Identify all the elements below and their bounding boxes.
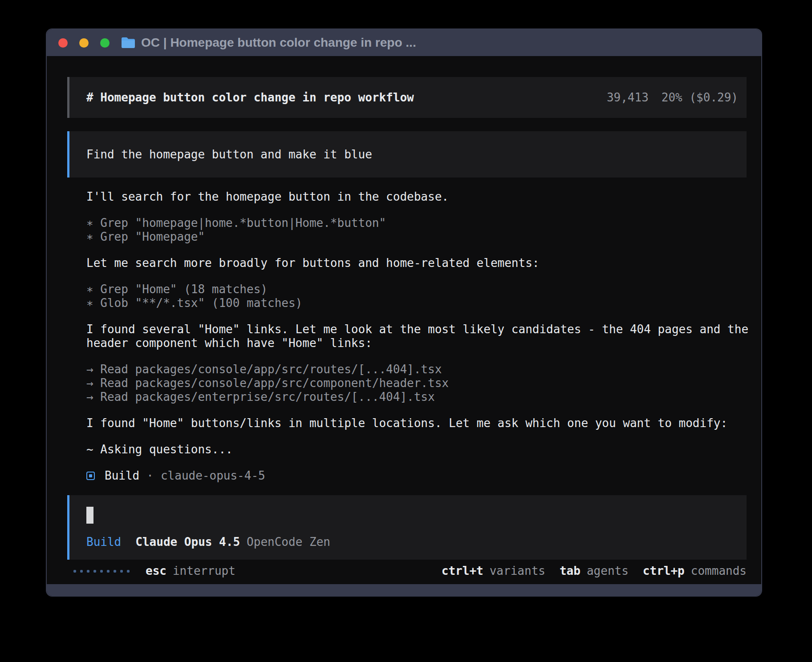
spinner-dot xyxy=(107,570,110,573)
session-title: # Homepage button color change in repo w… xyxy=(86,91,414,105)
hint-label: interrupt xyxy=(173,564,235,578)
transcript-line: I found several "Home" links. Let me loo… xyxy=(86,323,747,336)
spinner-dot xyxy=(114,570,116,573)
keyboard-hint: tabagents xyxy=(560,564,629,578)
transcript-line: ~ Asking questions... xyxy=(86,443,747,456)
transcript-line: Let me search more broadly for buttons a… xyxy=(86,256,747,270)
transcript-line: → Read packages/console/app/src/routes/[… xyxy=(86,363,747,376)
spinner-dot xyxy=(80,570,83,573)
terminal-window: OC | Homepage button color change in rep… xyxy=(46,28,762,597)
agent-name-label: Build xyxy=(105,469,139,483)
transcript-paragraph: Build·claude-opus-4-5 xyxy=(86,469,747,483)
spinner-dot xyxy=(73,570,76,573)
transcript-paragraph: I'll search for the homepage button in t… xyxy=(86,190,747,204)
user-message: Find the homepage button and make it blu… xyxy=(67,131,747,178)
provider-label: OpenCode Zen xyxy=(247,535,330,549)
traffic-lights xyxy=(58,38,110,48)
hint-label: commands xyxy=(691,564,747,578)
transcript-paragraph: I found several "Home" links. Let me loo… xyxy=(86,323,747,350)
transcript-paragraph: I found "Home" buttons/links in multiple… xyxy=(86,416,747,430)
terminal-content: # Homepage button color change in repo w… xyxy=(47,56,761,584)
transcript-line: → Read packages/console/app/src/componen… xyxy=(86,376,747,390)
window-title: OC | Homepage button color change in rep… xyxy=(141,36,416,50)
status-left: escinterrupt xyxy=(73,564,235,578)
context-cost: 20% ($0.29) xyxy=(662,91,738,105)
model-line: Build Claude Opus 4.5 OpenCode Zen xyxy=(86,535,738,549)
right-hints: ctrl+tvariantstabagentsctrl+pcommands xyxy=(442,564,747,578)
hint-key: esc xyxy=(146,564,166,578)
prompt-input[interactable]: Build Claude Opus 4.5 OpenCode Zen xyxy=(67,495,747,560)
titlebar: OC | Homepage button color change in rep… xyxy=(47,29,761,56)
transcript-paragraph: ∗ Grep "homepage|home.*button|Home.*butt… xyxy=(86,216,747,244)
zoom-button[interactable] xyxy=(100,38,110,48)
agent-mode-label: Build xyxy=(86,535,121,549)
transcript-paragraph: → Read packages/console/app/src/routes/[… xyxy=(86,363,747,404)
model-name-label: Claude Opus 4.5 xyxy=(135,535,240,549)
transcript-line: I'll search for the homepage button in t… xyxy=(86,190,747,204)
transcript-paragraph: ∗ Grep "Home" (18 matches)∗ Glob "**/*.t… xyxy=(86,283,747,310)
user-message-text: Find the homepage button and make it blu… xyxy=(86,148,372,161)
close-button[interactable] xyxy=(58,38,68,48)
transcript-line: header component which have "Home" links… xyxy=(86,336,747,350)
text-cursor xyxy=(86,507,93,524)
keyboard-hint: escinterrupt xyxy=(146,564,235,578)
transcript-line: I found "Home" buttons/links in multiple… xyxy=(86,416,747,430)
keyboard-hint: ctrl+pcommands xyxy=(643,564,747,578)
session-stats: 39,413 20% ($0.29) xyxy=(607,91,738,105)
transcript-line: ∗ Grep "Homepage" xyxy=(86,230,747,244)
spinner-dot xyxy=(120,570,123,573)
transcript-line: ∗ Grep "Home" (18 matches) xyxy=(86,283,747,296)
hint-label: agents xyxy=(587,564,629,578)
transcript-line: ∗ Glob "**/*.tsx" (100 matches) xyxy=(86,296,747,310)
spinner-dot xyxy=(100,570,103,573)
left-hints: escinterrupt xyxy=(146,564,235,578)
hint-label: variants xyxy=(490,564,545,578)
spinner-dot xyxy=(127,570,130,573)
transcript-line: ∗ Grep "homepage|home.*button|Home.*butt… xyxy=(86,216,747,230)
keyboard-hint: ctrl+tvariants xyxy=(442,564,545,578)
agent-build-icon xyxy=(86,472,95,480)
agent-model-label: claude-opus-4-5 xyxy=(161,469,265,483)
hint-key: ctrl+p xyxy=(643,564,685,578)
session-header: # Homepage button color change in repo w… xyxy=(67,77,747,118)
transcript-line: → Read packages/enterprise/src/routes/[.… xyxy=(86,390,747,404)
transcript-paragraph: ~ Asking questions... xyxy=(86,443,747,456)
spinner-dot xyxy=(93,570,96,573)
folder-icon xyxy=(121,37,135,48)
hint-key: tab xyxy=(560,564,581,578)
separator-dot: · xyxy=(146,469,154,483)
desktop: { "theme": { "background": "#000000", "w… xyxy=(0,0,812,662)
minimize-button[interactable] xyxy=(79,38,89,48)
agent-build-icon-dot xyxy=(89,474,92,477)
window-footer xyxy=(47,584,761,596)
spinner-dot xyxy=(87,570,89,573)
transcript-paragraph: Let me search more broadly for buttons a… xyxy=(86,256,747,270)
spinner-dots xyxy=(73,570,130,573)
status-bar: escinterrupt ctrl+tvariantstabagentsctrl… xyxy=(67,564,747,578)
transcript: I'll search for the homepage button in t… xyxy=(86,190,747,483)
hint-key: ctrl+t xyxy=(442,564,483,578)
token-count: 39,413 xyxy=(607,91,649,105)
